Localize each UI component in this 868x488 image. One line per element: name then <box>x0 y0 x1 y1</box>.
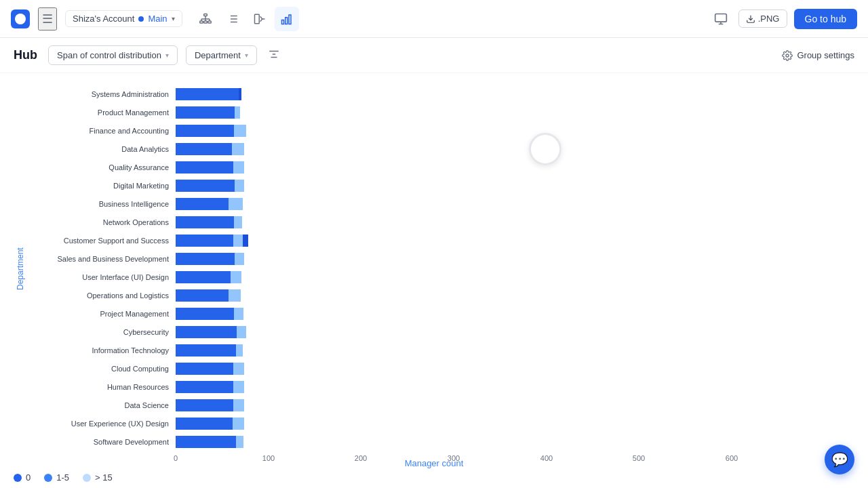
x-tick-label: 400 <box>540 454 553 462</box>
png-label: .PNG <box>758 14 780 24</box>
bar-label: Customer Support and Success <box>30 237 176 245</box>
x-tick-label: 300 <box>448 454 460 462</box>
bar-label: Cybersecurity <box>30 328 176 336</box>
bar-container <box>176 216 854 228</box>
bar-segment-light <box>236 436 243 448</box>
legend-item: 0 <box>14 472 31 483</box>
bar-segment-main <box>176 418 233 430</box>
bar-segment-light <box>236 344 243 357</box>
bar-segment-main <box>176 143 232 155</box>
compare-icon[interactable] <box>248 7 272 31</box>
bar-segment-light <box>232 143 244 155</box>
bar-container <box>176 363 854 375</box>
org-chart-icon[interactable] <box>193 7 218 31</box>
x-tick-label: 600 <box>726 454 738 462</box>
top-nav: ☰ Shiza's Account Main ▾ .PNG Go to hub <box>0 0 868 38</box>
branch-name: Main <box>148 14 167 24</box>
legend-label: 1-5 <box>56 472 69 483</box>
bar-row: Network Operations <box>30 214 854 231</box>
bar-container <box>176 399 854 411</box>
bar-row: Data Analytics <box>30 140 854 158</box>
bar-segment-main <box>176 161 233 174</box>
bar-segment-main <box>176 198 229 210</box>
svg-rect-15 <box>254 14 259 24</box>
legend-label: 0 <box>26 472 31 483</box>
x-tick-label: 100 <box>262 454 275 462</box>
bar-row: Data Science <box>30 396 854 414</box>
bar-container <box>176 381 854 393</box>
bar-segment-light <box>237 326 246 338</box>
bar-segment-light <box>234 216 242 228</box>
app-logo <box>11 9 30 28</box>
bar-row: Project Management <box>30 305 854 323</box>
bar-row: Software Development <box>30 433 854 451</box>
y-axis-label: Department <box>14 85 27 453</box>
bar-segment-dark <box>243 235 248 247</box>
bar-container <box>176 326 854 338</box>
monitor-icon[interactable] <box>710 8 732 30</box>
svg-rect-0 <box>203 14 207 16</box>
bar-row: Human Resources <box>30 378 854 396</box>
legend: 01-5> 15 <box>0 472 868 483</box>
bar-row: Product Management <box>30 104 854 121</box>
bar-container <box>176 271 854 283</box>
bar-segment-light <box>234 308 243 320</box>
bar-container <box>176 106 854 119</box>
bar-segment-light <box>233 235 243 247</box>
svg-rect-17 <box>281 20 283 24</box>
bar-segment-main <box>176 253 235 265</box>
x-tick-label: 200 <box>355 454 367 462</box>
chevron-down-icon: ▾ <box>245 52 248 59</box>
legend-label: > 15 <box>95 472 113 483</box>
account-name: Shiza's Account <box>73 14 134 24</box>
bar-row: User Interface (UI) Design <box>30 268 854 286</box>
bar-container <box>176 418 854 430</box>
bar-segment-main <box>176 363 233 375</box>
go-to-hub-button[interactable]: Go to hub <box>794 9 858 29</box>
legend-dot <box>83 474 91 482</box>
filter-icon[interactable] <box>265 45 283 66</box>
bar-label: User Interface (UI) Design <box>30 273 176 281</box>
bar-row: Cloud Computing <box>30 360 854 378</box>
svg-point-25 <box>786 54 789 57</box>
nav-tool-icons <box>193 7 299 31</box>
x-tick-label: 0 <box>174 454 178 462</box>
png-export-button[interactable]: .PNG <box>738 9 787 28</box>
bar-segment-main <box>176 88 239 100</box>
chat-fab-button[interactable]: 💬 <box>825 445 854 474</box>
bar-segment-light <box>233 161 244 174</box>
group-by-dropdown[interactable]: Department ▾ <box>186 45 257 65</box>
bar-segment-light <box>235 180 244 192</box>
hamburger-menu[interactable]: ☰ <box>38 7 57 30</box>
bar-label: User Experience (UX) Design <box>30 420 176 428</box>
svg-rect-3 <box>208 21 211 23</box>
bar-container <box>176 436 854 448</box>
bar-segment-main <box>176 399 233 411</box>
hub-title: Hub <box>14 48 37 62</box>
bar-container <box>176 198 854 210</box>
bar-label: Human Resources <box>30 383 176 391</box>
svg-rect-2 <box>203 21 207 23</box>
svg-rect-18 <box>285 17 287 24</box>
legend-item: > 15 <box>83 472 113 483</box>
bar-container <box>176 125 854 137</box>
bar-container <box>176 161 854 174</box>
chart-inner: Systems AdministrationProduct Management… <box>30 85 854 453</box>
bar-segment-main <box>176 271 231 283</box>
bar-segment-main <box>176 344 236 357</box>
bar-container <box>176 235 854 247</box>
bar-segment-dark <box>239 88 241 100</box>
bar-segment-light <box>233 381 244 393</box>
bar-segment-light <box>233 363 244 375</box>
hub-header: Hub Span of control distribution ▾ Depar… <box>0 38 868 73</box>
list-view-icon[interactable] <box>220 7 245 31</box>
bar-container <box>176 289 854 302</box>
group-settings-button[interactable]: Group settings <box>782 50 854 61</box>
account-selector[interactable]: Shiza's Account Main ▾ <box>65 10 182 27</box>
bar-segment-light <box>233 399 244 411</box>
chart-view-icon[interactable] <box>275 7 299 31</box>
bar-container <box>176 88 854 100</box>
bar-row: Systems Administration <box>30 85 854 103</box>
chart-type-dropdown[interactable]: Span of control distribution ▾ <box>48 45 178 65</box>
bar-segment-main <box>176 436 236 448</box>
